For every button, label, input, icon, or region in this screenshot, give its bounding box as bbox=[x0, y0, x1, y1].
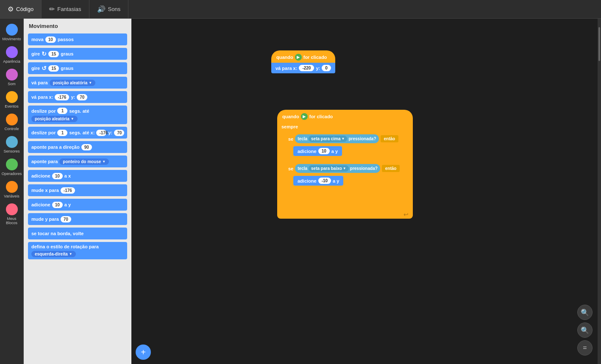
panel-title: Movimento bbox=[24, 19, 131, 32]
zoom-out-button[interactable]: 🔍 bbox=[577, 322, 593, 338]
block-gire-ccw[interactable]: gire ↺ 15 graus bbox=[28, 62, 127, 74]
sidebar-item-operadores[interactable]: Operadores bbox=[1, 157, 23, 178]
hat-block-1[interactable]: quando ▶ for clicado bbox=[271, 50, 335, 63]
blocks-panel: Movimento mova 10 passos gire ↻ 15 graus… bbox=[24, 19, 131, 364]
cond-tecla-baixo[interactable]: tecla seta para baixo ▼ pressionada? bbox=[295, 164, 380, 173]
sidebar-item-aparencia[interactable]: Aparência bbox=[1, 44, 23, 65]
block-va-para[interactable]: vá para posição aleatória bbox=[28, 77, 127, 89]
block-va-para-xy[interactable]: vá para x: -176 y: 70 bbox=[28, 91, 127, 103]
block-mude-x[interactable]: mude x para -176 bbox=[28, 184, 127, 196]
sidebar-item-controle[interactable]: Controle bbox=[1, 112, 23, 133]
eventos-dot bbox=[6, 91, 18, 103]
aparencia-label: Aparência bbox=[3, 59, 20, 64]
block-deslize-pos[interactable]: deslize por 1 segs. até posição aleatóri… bbox=[28, 106, 127, 124]
operadores-label: Operadores bbox=[2, 172, 22, 176]
controle-dot bbox=[6, 114, 18, 125]
zoom-controls: 🔍 🔍 = bbox=[577, 305, 593, 356]
movimento-dot bbox=[6, 24, 18, 36]
blocks-list: mova 10 passos gire ↻ 15 graus gire ↺ 15… bbox=[24, 32, 131, 268]
sidebar-item-meus-blocos[interactable]: Meus Blocos bbox=[1, 202, 23, 227]
zoom-in-icon: 🔍 bbox=[581, 308, 589, 317]
cond-tecla-cima[interactable]: tecla seta para cima ▼ pressionada? bbox=[295, 134, 378, 143]
eventos-label: Eventos bbox=[5, 104, 19, 108]
fantasias-icon: ✏ bbox=[49, 5, 55, 13]
se-footer-2 bbox=[285, 187, 413, 190]
script-group-1: quando ▶ for clicado vá para x: -220 y: … bbox=[271, 50, 335, 73]
add-sprite-button[interactable]: + bbox=[136, 345, 151, 360]
script-group-2: quando ▶ for clicado sempre se tecla s bbox=[277, 110, 413, 219]
sidebar-item-eventos[interactable]: Eventos bbox=[1, 89, 23, 110]
zoom-reset-icon: = bbox=[583, 344, 587, 352]
sidebar-item-sensores[interactable]: Sensores bbox=[1, 134, 23, 155]
movimento-label: Movimento bbox=[2, 37, 21, 41]
tab-codigo[interactable]: ⚙ Código bbox=[0, 0, 42, 18]
adicione-10-y[interactable]: adicione 10 a y bbox=[293, 146, 342, 156]
tab-fantasias[interactable]: ✏ Fantasias bbox=[42, 0, 89, 18]
block-borda[interactable]: se tocar na borda, volte bbox=[28, 228, 127, 239]
sidebar-item-som[interactable]: Som bbox=[1, 67, 23, 88]
aparencia-dot bbox=[6, 46, 18, 58]
block-rotacao[interactable]: defina o estilo de rotação para esquerda… bbox=[28, 242, 127, 259]
zoom-in-button[interactable]: 🔍 bbox=[577, 305, 593, 320]
adicione-neg10-y[interactable]: adicione -10 a y bbox=[293, 176, 343, 186]
se-footer-1 bbox=[285, 157, 413, 161]
tab-sons-label: Sons bbox=[108, 6, 121, 12]
block-aponte-para[interactable]: aponte para ponteiro do mouse bbox=[28, 156, 127, 167]
scroll-thumb[interactable] bbox=[598, 27, 600, 61]
meus-blocos-dot bbox=[6, 203, 18, 215]
block-gire-cw[interactable]: gire ↻ 15 graus bbox=[28, 48, 127, 60]
category-panel: Movimento Aparência Som Eventos Controle… bbox=[0, 19, 24, 364]
scrollbar[interactable] bbox=[598, 19, 601, 364]
tab-fantasias-label: Fantasias bbox=[57, 6, 81, 12]
block-mude-y[interactable]: mude y para 70 bbox=[28, 213, 127, 225]
tecla-seta-baixo-dropdown[interactable]: seta para baixo ▼ bbox=[309, 165, 349, 172]
zoom-reset-button[interactable]: = bbox=[577, 340, 593, 356]
controle-label: Controle bbox=[4, 127, 19, 131]
sempre-inner: se tecla seta para cima ▼ pressionada? e… bbox=[277, 131, 413, 210]
sons-icon: 🔊 bbox=[97, 5, 106, 13]
se-header-2: se tecla seta para baixo ▼ pressionada? … bbox=[285, 162, 413, 175]
tab-sons[interactable]: 🔊 Sons bbox=[89, 0, 129, 18]
block-adicione-x[interactable]: adicione 10 a x bbox=[28, 170, 127, 182]
som-dot bbox=[6, 69, 18, 81]
extra-space bbox=[285, 192, 413, 209]
tecla-seta-cima-dropdown[interactable]: seta para cima ▼ bbox=[309, 136, 347, 142]
som-label: Som bbox=[8, 82, 16, 86]
entao-label-2: então bbox=[382, 165, 400, 172]
meus-blocos-label: Meus Blocos bbox=[2, 217, 22, 225]
variaveis-label: Variáveis bbox=[4, 194, 19, 198]
operadores-dot bbox=[6, 158, 18, 170]
block-aponte-dir[interactable]: aponte para a direção 90 bbox=[28, 141, 127, 153]
sensores-label: Sensores bbox=[3, 149, 19, 153]
zoom-out-icon: 🔍 bbox=[581, 326, 589, 334]
top-tabs: ⚙ Código ✏ Fantasias 🔊 Sons bbox=[0, 0, 601, 19]
loop-bottom: ↩ bbox=[277, 210, 413, 219]
va-para-xy-block-1[interactable]: vá para x: -220 y: 0 bbox=[271, 63, 335, 73]
block-deslize-xy[interactable]: deslize por 1 segs. até x: -176 y: 70 bbox=[28, 127, 127, 139]
flag-icon-1: ▶ bbox=[295, 54, 302, 61]
block-mova[interactable]: mova 10 passos bbox=[28, 33, 127, 45]
se-header-1: se tecla seta para cima ▼ pressionada? e… bbox=[285, 133, 413, 145]
sidebar-item-movimento[interactable]: Movimento bbox=[1, 22, 23, 43]
sensores-dot bbox=[6, 136, 18, 148]
add-icon: + bbox=[141, 347, 146, 357]
se-block-1: se tecla seta para cima ▼ pressionada? e… bbox=[285, 133, 413, 161]
tab-codigo-label: Código bbox=[16, 6, 33, 12]
se-body-1: adicione 10 a y bbox=[285, 145, 413, 157]
se-block-2: se tecla seta para baixo ▼ pressionada? … bbox=[285, 162, 413, 190]
sempre-block[interactable]: sempre bbox=[277, 122, 413, 131]
script-area: quando ▶ for clicado vá para x: -220 y: … bbox=[131, 19, 601, 364]
codigo-icon: ⚙ bbox=[8, 5, 14, 13]
block-adicione-y[interactable]: adicione 10 a y bbox=[28, 199, 127, 211]
main-layout: Movimento Aparência Som Eventos Controle… bbox=[0, 19, 601, 364]
flag-icon-2: ▶ bbox=[301, 113, 308, 120]
entao-label-1: então bbox=[381, 135, 399, 142]
variaveis-dot bbox=[6, 181, 18, 193]
hat-block-2[interactable]: quando ▶ for clicado bbox=[277, 110, 413, 122]
sidebar-item-variaveis[interactable]: Variáveis bbox=[1, 179, 23, 200]
se-body-2: adicione -10 a y bbox=[285, 175, 413, 187]
